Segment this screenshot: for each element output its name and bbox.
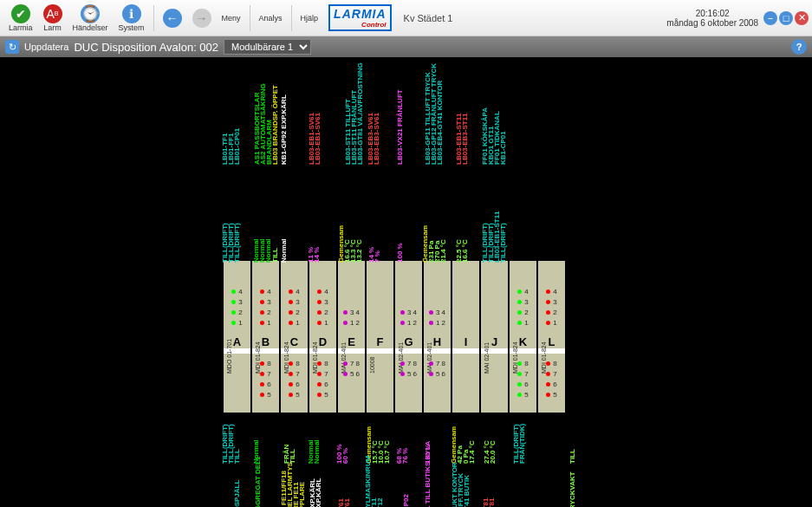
uppdatera-label[interactable]: Uppdatera [24, 42, 68, 52]
larmia-button[interactable]: ✔Larmia [3, 3, 38, 34]
page-title: DUC Disposition Avalon: 002 [74, 41, 218, 54]
signal-label: LB03 BRANDSP. ÖPPET [271, 85, 279, 165]
clock: 20:16:02måndag 6 oktober 2008 [666, 9, 763, 28]
signal-label: LB03-EB3-SV61 [373, 113, 380, 165]
main-toolbar: ✔Larmia ABLarm ⌚Händelser ℹSystem ← → Me… [0, 0, 812, 36]
back-button[interactable]: ← [158, 7, 187, 29]
larm-button[interactable]: ABLarm [38, 3, 68, 34]
module-L[interactable]: 1234LMDI 01-8248765 [538, 261, 565, 413]
module-H[interactable]: 1 23 4HMAI 02-4017 85 6 [424, 261, 451, 413]
signal-label: LB01-EB1-GT81 [488, 498, 496, 507]
signal-value: TILL [568, 449, 576, 464]
module-G[interactable]: 1 23 4GMAI 02-4017 85 6 [395, 261, 422, 413]
signal-value: 17.4 °C [468, 440, 476, 464]
signal-label: 13.2 °C [355, 239, 363, 263]
signal-value: 10.7 °C [383, 440, 391, 464]
object-label: Kv Städet 1 [404, 13, 453, 23]
minimize-button[interactable]: − [763, 11, 777, 25]
sub-toolbar: ↻ Uppdatera DUC Disposition Avalon: 002 … [0, 36, 812, 57]
maximize-button[interactable]: □ [779, 11, 793, 25]
signal-label: Normal [280, 238, 288, 263]
module-B[interactable]: 1234BMDI 01-8248765 [252, 261, 279, 413]
hjalp-button[interactable]: Hjälp [296, 12, 324, 24]
module-F[interactable]: F10008 [367, 261, 393, 413]
modulbarare-select[interactable]: Modulbärare 1 [224, 39, 311, 55]
signal-label: 7 % [374, 250, 381, 263]
larmia-logo: LARMIAControl [323, 4, 396, 31]
system-button[interactable]: ℹSystem [114, 3, 150, 34]
signal-label: LB03-EB1-SV61 [314, 113, 322, 165]
refresh-icon[interactable]: ↻ [5, 40, 19, 54]
module-A[interactable]: 1234AMDO 01-701 [224, 261, 250, 413]
signal-label: TILL [271, 248, 279, 263]
signal-label: KB1-GP92 EXP.KÄRL [280, 94, 288, 165]
canvas: 1234AMDO 01-7011234BMDI 01-82487651234CM… [0, 57, 812, 507]
meny-button[interactable]: Meny [217, 12, 246, 24]
signal-label: LB03-SP81 EXP.KÄRL [315, 478, 322, 507]
signal-label: LB03-EB4-GT41 BUTIK [463, 475, 471, 507]
signal-value: 60 % [341, 448, 349, 464]
signal-label: FF17/FX17 TRYCKVAKT [568, 471, 576, 507]
signal-label: NÖDLJUS AGGREGAT DEL1 [254, 457, 262, 507]
module-J[interactable]: JMAI 02-401 [481, 261, 508, 413]
signal-label: STYRSIGNAL TILL BUTIKS KYLA [424, 441, 432, 507]
signal-label: LB01-EB1-GT12 [376, 498, 384, 507]
signal-label: LB01-EB2-SV61 [343, 498, 351, 507]
signal-label: LB03-VX21 FRÅNLUFT [396, 89, 404, 165]
signal-label: LB01-CP01 [233, 128, 241, 165]
module-I[interactable]: I [452, 261, 479, 413]
signal-value: 20.0 °C [489, 440, 497, 464]
signal-value: FRÅN(TIDK) [518, 424, 526, 464]
module-K[interactable]: 1234KMDI 01-8248765 [510, 261, 536, 413]
signal-label: TILL(DRIFT) [499, 223, 507, 263]
signal-label: LB03-GT81 VÅ./AVFROSTNING [356, 62, 364, 165]
help-icon[interactable]: ? [791, 39, 807, 55]
handelser-button[interactable]: ⌚Händelser [68, 3, 114, 34]
module-E[interactable]: 1 23 4EMAI 02-4017 85 6 [338, 261, 365, 413]
signal-label: VS30-CP01-CP02 [402, 494, 410, 507]
forward-button[interactable]: → [187, 7, 217, 29]
signal-label: LB03-EB4-GT41 KONTOR [436, 81, 444, 165]
signal-value: TILL [233, 449, 241, 464]
signal-value: Normal [313, 439, 321, 464]
module-D[interactable]: 1234DMDI 01-8248765 [309, 261, 336, 413]
signal-label: TILL(DRIFT) [233, 223, 241, 263]
signal-label: 16.6 °C [461, 239, 469, 263]
signal-value: 76 % [401, 448, 409, 464]
analys-button[interactable]: Analys [254, 12, 288, 24]
signal-label: 21.4 °C [439, 239, 447, 263]
close-button[interactable]: ✕ [795, 11, 809, 25]
signal-label: LB03-EB3-ST11 [461, 113, 469, 165]
module-row: 1234AMDO 01-7011234BMDI 01-82487651234CM… [224, 261, 565, 413]
signal-label: 100 % [396, 243, 404, 263]
signal-label: KB1-CP01 [499, 131, 507, 165]
signal-label: LB03 OMKOPPLARE [298, 482, 306, 507]
signal-label: 14 % [313, 247, 321, 263]
signal-label: LB01 BRANDSPJÄLL [233, 480, 241, 507]
module-C[interactable]: 1234CMDI 01-8248765 [281, 261, 308, 413]
